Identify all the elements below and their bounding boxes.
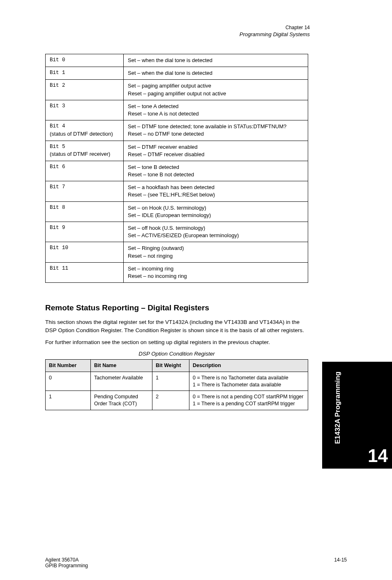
condition-register-table: Bit Number Bit Name Bit Weight Descripti… bbox=[45, 359, 308, 410]
table-row: Bit 3Set – tone A detectedReset – tone A… bbox=[46, 100, 308, 120]
table-caption: DSP Option Condition Register bbox=[45, 351, 308, 357]
section-title: Remote Status Reporting – Digital Regist… bbox=[45, 303, 351, 312]
bit-description-cell: Set – paging amplifier output activeRese… bbox=[124, 80, 308, 100]
bit-field-cell: Bit 11 bbox=[46, 262, 124, 282]
cell: Tachometer Available bbox=[91, 372, 152, 391]
footer-product: Agilent 35670A bbox=[45, 557, 88, 563]
bit-description-cell: Set – tone B detectedReset – tone B not … bbox=[124, 161, 308, 181]
footer-page-number: 14-15 bbox=[334, 557, 347, 563]
bit-field-cell: Bit 5(status of DTMF receiver) bbox=[46, 141, 124, 161]
cell: Pending Computed Order Track (COT) bbox=[91, 391, 152, 410]
bit-field-cell: Bit 3 bbox=[46, 100, 124, 120]
cell: 1 bbox=[46, 391, 91, 410]
bit-field-cell: Bit 1 bbox=[46, 67, 124, 80]
page-footer: Agilent 35670A GPIB Programming 14-15 bbox=[45, 557, 347, 568]
table-row: Bit 0Set – when the dial tone is detecte… bbox=[46, 54, 308, 67]
header-title: Programming Digital Systems bbox=[45, 31, 310, 37]
bit-description-cell: Set – on Hook (U.S. terminology)Set – ID… bbox=[124, 201, 308, 222]
t2-header-bitnumber: Bit Number bbox=[46, 359, 91, 372]
bit-description-cell: Set – a hookflash has been detectedReset… bbox=[124, 181, 308, 201]
cell: 0 bbox=[46, 372, 91, 391]
bit-description-cell: Set – tone A detectedReset – tone A is n… bbox=[124, 100, 308, 120]
bit-field-cell: Bit 6 bbox=[46, 161, 124, 181]
bit-description-cell: Set – when the dial tone is detected bbox=[124, 67, 308, 80]
bit-description-cell: Set – DTMF tone detected; tone available… bbox=[124, 120, 308, 141]
table-row: Bit 8Set – on Hook (U.S. terminology)Set… bbox=[46, 201, 308, 222]
bit-description-cell: Set – incoming ringReset – no incoming r… bbox=[124, 262, 308, 282]
bit-field-cell: Bit 10 bbox=[46, 242, 124, 262]
description-cell: 0 = There is not a pending COT startRPM … bbox=[189, 391, 308, 410]
t2-header-bitweight: Bit Weight bbox=[152, 359, 189, 372]
bit-field-cell: Bit 9 bbox=[46, 222, 124, 242]
bit-field-cell: Bit 2 bbox=[46, 80, 124, 100]
table-row: Bit 9Set – off hook (U.S. terminology)Se… bbox=[46, 222, 308, 242]
side-tab-number: 14 bbox=[368, 446, 388, 466]
section-paragraph-1: This section shows the digital register … bbox=[45, 318, 312, 334]
footer-book: GPIB Programming bbox=[45, 563, 88, 568]
cell: 1 bbox=[152, 372, 189, 391]
side-tab-label: E1432A Programming bbox=[334, 372, 342, 444]
t2-header-description: Description bbox=[189, 359, 308, 372]
table-row: Bit 11Set – incoming ringReset – no inco… bbox=[46, 262, 308, 282]
cell: 2 bbox=[152, 391, 189, 410]
table-row: Bit 10Set – Ringing (outward)Reset – not… bbox=[46, 242, 308, 262]
bit-field-cell: Bit 4(status of DTMF detection) bbox=[46, 120, 124, 141]
table-row: Bit 6Set – tone B detectedReset – tone B… bbox=[46, 161, 308, 181]
section-paragraph-2: For further information see the section … bbox=[45, 338, 312, 347]
table-row: Bit 7Set – a hookflash has been detected… bbox=[46, 181, 308, 201]
table-row: Bit 5(status of DTMF receiver)Set – DTMF… bbox=[46, 141, 308, 161]
bit-description-cell: Set – Ringing (outward)Reset – not ringi… bbox=[124, 242, 308, 262]
table-row: Bit 4(status of DTMF detection)Set – DTM… bbox=[46, 120, 308, 141]
chapter-side-tab: E1432A Programming 14 bbox=[322, 362, 392, 469]
table-row: Bit 2Set – paging amplifier output activ… bbox=[46, 80, 308, 100]
bit-description-cell: Set – DTMF receiver enabledReset – DTMF … bbox=[124, 141, 308, 161]
bit-field-cell: Bit 0 bbox=[46, 54, 124, 67]
bit-field-cell: Bit 8 bbox=[46, 201, 124, 222]
running-header: Chapter 14 Programming Digital Systems bbox=[45, 25, 310, 37]
header-chapter: Chapter 14 bbox=[45, 25, 310, 30]
bit-field-cell: Bit 7 bbox=[46, 181, 124, 201]
description-cell: 0 = There is no Tachometer data availabl… bbox=[189, 372, 308, 391]
bit-description-cell: Set – when the dial tone is detected bbox=[124, 54, 308, 67]
t2-header-bitname: Bit Name bbox=[91, 359, 152, 372]
table-row: 0Tachometer Available10 = There is no Ta… bbox=[46, 372, 308, 391]
bit-description-cell: Set – off hook (U.S. terminology)Set – A… bbox=[124, 222, 308, 242]
table-row: Bit 1Set – when the dial tone is detecte… bbox=[46, 67, 308, 80]
bit-definitions-table: Bit 0Set – when the dial tone is detecte… bbox=[45, 54, 308, 283]
table-row: 1Pending Computed Order Track (COT)20 = … bbox=[46, 391, 308, 410]
